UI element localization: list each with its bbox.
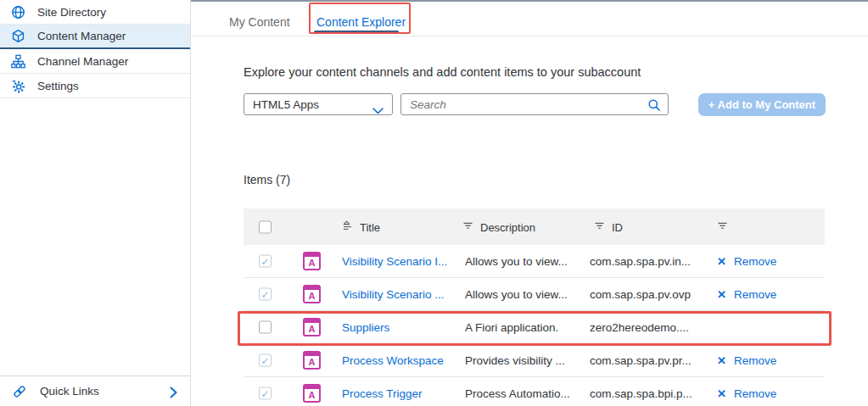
table-row: ✓ A Visibility Scenario ... Allows you t… — [244, 278, 825, 311]
item-title-link[interactable]: Visibility Scenario ... — [342, 288, 445, 301]
sort-ascending-icon[interactable] — [342, 220, 353, 235]
remove-link[interactable]: Remove — [734, 288, 776, 301]
item-description: A Fiori application. — [465, 321, 558, 334]
table-header-row: ✓ Title Description — [244, 209, 825, 245]
sidebar-item-site-directory[interactable]: Site Directory — [0, 0, 190, 25]
filter-icon[interactable] — [462, 220, 473, 235]
tab-content-explorer[interactable]: Content Explorer — [316, 15, 406, 29]
table-row: ✓ A Process Trigger Process Automatio...… — [244, 377, 825, 406]
remove-x-icon[interactable]: ✕ — [717, 387, 726, 400]
items-count-label: Items (7) — [244, 173, 290, 186]
row-checkbox[interactable]: ✓ — [259, 255, 272, 268]
table-row-suppliers: ✓ A Suppliers A Fiori application. zero2… — [244, 311, 825, 344]
sidebar-item-content-manager[interactable]: Content Manager — [0, 25, 190, 49]
quick-links-label: Quick Links — [40, 385, 99, 398]
sitemap-icon — [10, 53, 25, 69]
column-header-title[interactable]: Title — [360, 220, 380, 233]
chevron-right-icon — [170, 387, 177, 402]
item-title-link[interactable]: Process Workspace — [342, 354, 444, 367]
filter-icon[interactable] — [717, 220, 728, 235]
item-id: zero2hereodemo.... — [590, 321, 689, 334]
row-checkbox[interactable]: ✓ — [259, 387, 272, 400]
row-checkbox[interactable]: ✓ — [259, 288, 272, 301]
html5-app-icon: A — [303, 285, 321, 303]
main-content: My Content Content Explorer Explore your… — [191, 0, 868, 406]
content-table: ✓ Title Description — [244, 209, 825, 406]
item-id: com.sap.spa.pv.ovp — [590, 288, 691, 301]
remove-link[interactable]: Remove — [734, 255, 776, 268]
html5-app-icon: A — [303, 252, 321, 270]
row-checkbox[interactable]: ✓ — [259, 321, 272, 334]
item-id: com.sap.spa.pv.in... — [590, 255, 691, 268]
item-title-link[interactable]: Suppliers — [342, 321, 389, 334]
item-title-link[interactable]: Process Trigger — [342, 387, 423, 400]
table-row: ✓ A Visibility Scenario I... Allows you … — [244, 245, 825, 278]
filter-icon[interactable] — [594, 220, 605, 235]
select-all-checkbox[interactable]: ✓ — [259, 220, 272, 233]
column-header-description[interactable]: Description — [480, 220, 535, 233]
item-id: com.sap.spa.bpi.p... — [590, 387, 692, 400]
globe-icon — [10, 4, 25, 19]
tab-selected-underline — [314, 31, 399, 33]
search-icon[interactable] — [647, 98, 661, 115]
gear-icon — [10, 78, 25, 93]
item-id: com.sap.spa.pv.pr... — [590, 354, 692, 367]
app-window: Site Directory Content Manager Channel M… — [0, 0, 868, 406]
top-edge — [191, 0, 868, 2]
sidebar-item-label: Content Manager — [37, 30, 126, 42]
link-icon — [12, 384, 27, 399]
html5-app-icon: A — [303, 318, 321, 336]
item-title-link[interactable]: Visibility Scenario I... — [342, 255, 447, 268]
sidebar-item-channel-manager[interactable]: Channel Manager — [0, 49, 190, 74]
html5-app-icon: A — [303, 384, 321, 403]
sidebar-item-label: Site Directory — [37, 6, 106, 19]
tab-my-content[interactable]: My Content — [229, 15, 290, 29]
add-to-my-content-button[interactable]: + Add to My Content — [698, 93, 826, 116]
remove-link[interactable]: Remove — [734, 354, 776, 367]
chevron-down-icon — [372, 103, 384, 118]
search-input[interactable] — [410, 95, 639, 114]
sidebar-item-settings[interactable]: Settings — [0, 74, 190, 98]
item-description: Allows you to view... — [465, 288, 568, 301]
channel-dropdown-value: HTML5 Apps — [253, 98, 319, 111]
remove-x-icon[interactable]: ✕ — [717, 288, 726, 301]
item-description: Provides visibility ... — [465, 354, 565, 367]
remove-link[interactable]: Remove — [734, 387, 776, 400]
remove-x-icon[interactable]: ✕ — [717, 354, 726, 367]
column-header-id[interactable]: ID — [612, 220, 623, 233]
table-row: ✓ A Process Workspace Provides visibilit… — [244, 344, 825, 377]
remove-x-icon[interactable]: ✕ — [717, 255, 726, 268]
sidebar-item-label: Settings — [37, 80, 79, 92]
item-description: Allows you to view... — [465, 255, 568, 268]
search-field — [400, 93, 669, 115]
html5-app-icon: A — [303, 351, 321, 370]
tabs-separator — [191, 36, 868, 36]
item-description: Process Automatio... — [465, 387, 570, 400]
sidebar-item-label: Channel Manager — [37, 55, 128, 68]
row-checkbox[interactable]: ✓ — [259, 354, 272, 367]
sidebar: Site Directory Content Manager Channel M… — [0, 0, 191, 406]
channel-dropdown[interactable]: HTML5 Apps — [244, 93, 393, 115]
page-heading: Explore your content channels and add co… — [244, 65, 641, 79]
cube-icon — [10, 29, 25, 44]
sidebar-quick-links[interactable]: Quick Links — [0, 375, 190, 406]
